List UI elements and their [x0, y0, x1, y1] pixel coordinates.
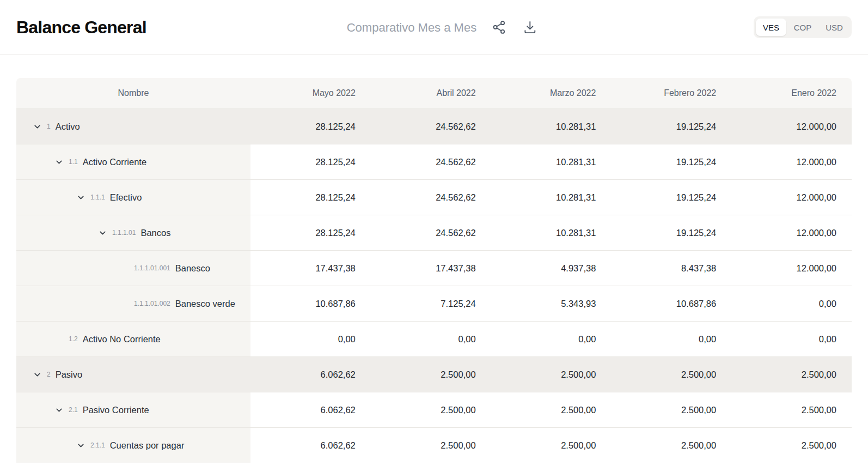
value-cell: 0,00	[611, 322, 731, 356]
value-cell: 2.500,00	[491, 392, 612, 427]
table-body: 1Activo28.125,2424.562,6210.281,3119.125…	[16, 108, 852, 463]
account-code: 2.1.1	[90, 441, 105, 449]
currency-option-cop[interactable]: COP	[787, 19, 818, 36]
currency-toggle: VES COP USD	[754, 16, 852, 38]
value-cell: 19.125,24	[611, 215, 731, 250]
table-row: 1.1.1.01Bancos28.125,2424.562,6210.281,3…	[16, 215, 852, 250]
report-subtitle: Comparativo Mes a Mes	[347, 20, 476, 34]
account-code: 2.1	[69, 406, 78, 414]
column-header-month: Marzo 2022	[491, 78, 612, 108]
account-name: Cuentas por pagar	[110, 439, 185, 451]
value-cell: 2.500,00	[491, 357, 612, 392]
value-cell: 2.500,00	[491, 428, 612, 463]
download-button[interactable]	[522, 19, 539, 36]
value-cell: 17.437,38	[250, 251, 371, 286]
row-name-cell: 2.1.1Cuentas por pagar	[16, 428, 250, 463]
column-header-nombre: Nombre	[16, 78, 250, 108]
value-cell: 0,00	[491, 322, 612, 356]
value-cell: 2.500,00	[611, 392, 731, 427]
value-cell: 5.343,93	[491, 286, 612, 321]
value-cell: 7.125,24	[371, 286, 491, 321]
value-cell: 2.500,00	[371, 357, 491, 392]
value-cell: 0,00	[250, 322, 371, 356]
value-cell: 2.500,00	[611, 428, 731, 463]
account-name: Activo Corriente	[83, 156, 146, 168]
share-button[interactable]	[491, 19, 508, 36]
value-cell: 24.562,62	[371, 180, 491, 215]
table-row: 1.2Activo No Corriente0,000,000,000,000,…	[16, 321, 852, 356]
account-code: 1.1	[69, 158, 78, 166]
value-cell: 0,00	[731, 322, 852, 356]
value-cell: 10.687,86	[611, 286, 731, 321]
row-name-cell: 1.1.1.01Bancos	[16, 215, 250, 250]
account-name: Activo	[56, 120, 80, 132]
account-code: 2	[47, 371, 51, 378]
value-cell: 2.500,00	[371, 392, 491, 427]
download-icon	[523, 20, 537, 35]
row-name-cell: 1.1.1.01.002Banesco verde	[16, 286, 250, 321]
row-name-cell: 1.2Activo No Corriente	[16, 322, 250, 356]
account-name: Pasivo Corriente	[83, 404, 149, 416]
value-cell: 19.125,24	[611, 144, 731, 179]
top-bar: Balance General Comparativo Mes a Mes	[0, 0, 868, 55]
value-cell: 28.125,24	[250, 215, 371, 250]
account-name: Banesco verde	[175, 298, 235, 310]
account-name: Activo No Corriente	[83, 333, 161, 345]
table-row: 1Activo28.125,2424.562,6210.281,3119.125…	[16, 108, 852, 144]
value-cell: 10.281,31	[491, 144, 612, 179]
chevron-down-icon[interactable]	[71, 441, 90, 450]
value-cell: 6.062,62	[250, 428, 371, 463]
value-cell: 28.125,24	[250, 109, 371, 144]
table-row: 1.1Activo Corriente28.125,2424.562,6210.…	[16, 144, 852, 179]
row-name-cell: 1.1.1.01.001Banesco	[16, 251, 250, 286]
account-name: Pasivo	[56, 368, 83, 380]
value-cell: 19.125,24	[611, 109, 731, 144]
currency-option-ves[interactable]: VES	[756, 19, 786, 36]
page-title: Balance General	[16, 17, 146, 38]
chevron-down-icon[interactable]	[27, 370, 47, 379]
value-cell: 8.437,38	[611, 251, 731, 286]
table-row: 2.1.1Cuentas por pagar6.062,622.500,002.…	[16, 427, 852, 463]
value-cell: 0,00	[371, 322, 491, 356]
value-cell: 2.500,00	[371, 428, 491, 463]
chevron-down-icon[interactable]	[49, 158, 69, 167]
chevron-down-icon[interactable]	[27, 122, 47, 131]
row-name-cell: 1.1Activo Corriente	[16, 144, 250, 179]
currency-option-usd[interactable]: USD	[819, 19, 849, 36]
account-code: 1.1.1.01.002	[134, 300, 170, 307]
column-header-month: Febrero 2022	[611, 78, 731, 108]
table-row: 1.1.1.01.001Banesco17.437,3817.437,384.9…	[16, 250, 852, 286]
value-cell: 10.687,86	[250, 286, 371, 321]
account-code: 1.2	[69, 335, 78, 343]
value-cell: 17.437,38	[371, 251, 491, 286]
table-header: NombreMayo 2022Abril 2022Marzo 2022Febre…	[16, 78, 852, 108]
value-cell: 4.937,38	[491, 251, 612, 286]
row-name-cell: 2Pasivo	[16, 357, 250, 392]
share-icon	[492, 20, 506, 35]
table-row: 1.1.1Efectivo28.125,2424.562,6210.281,31…	[16, 179, 852, 215]
value-cell: 10.281,31	[491, 215, 612, 250]
chevron-down-icon[interactable]	[49, 406, 69, 415]
value-cell: 28.125,24	[250, 180, 371, 215]
row-name-cell: 2.1Pasivo Corriente	[16, 392, 250, 427]
value-cell: 2.500,00	[731, 392, 852, 427]
chevron-down-icon[interactable]	[93, 228, 112, 238]
value-cell: 12.000,00	[731, 144, 852, 179]
value-cell: 2.500,00	[611, 357, 731, 392]
value-cell: 12.000,00	[731, 180, 852, 215]
row-name-cell: 1.1.1Efectivo	[16, 180, 250, 215]
chevron-down-icon[interactable]	[71, 193, 90, 202]
account-name: Efectivo	[110, 191, 142, 203]
account-name: Banesco	[175, 262, 210, 274]
account-code: 1.1.1.01.001	[134, 264, 170, 272]
value-cell: 6.062,62	[250, 357, 371, 392]
column-header-month: Mayo 2022	[250, 78, 371, 108]
value-cell: 6.062,62	[250, 392, 371, 427]
account-code: 1	[47, 123, 51, 130]
account-code: 1.1.1	[90, 193, 105, 201]
value-cell: 10.281,31	[491, 109, 612, 144]
balance-table: NombreMayo 2022Abril 2022Marzo 2022Febre…	[16, 78, 852, 463]
table-row: 2.1Pasivo Corriente6.062,622.500,002.500…	[16, 392, 852, 427]
account-code: 1.1.1.01	[112, 229, 136, 237]
value-cell: 2.500,00	[731, 357, 852, 392]
